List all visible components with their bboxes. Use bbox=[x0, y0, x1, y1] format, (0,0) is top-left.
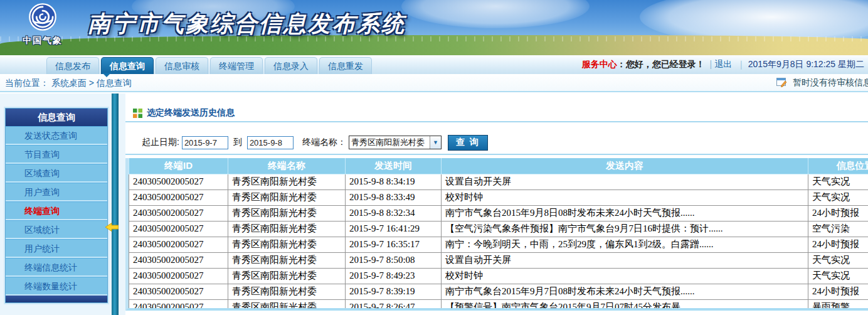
cell-send-time: 2015-9-7 16:35:17 bbox=[346, 237, 442, 252]
sidebar-item[interactable]: 用户查询 bbox=[6, 183, 107, 201]
sidebar-item-active[interactable]: 终端查询 bbox=[6, 201, 107, 220]
sidebar-item[interactable]: 终端数量统计 bbox=[6, 277, 107, 296]
breadcrumb-bar: 当前位置： 系统桌面 > 信息查询 暂时没有待审核信息 bbox=[0, 74, 868, 92]
sidebar-item[interactable]: 节目查询 bbox=[6, 145, 107, 164]
column-header-send-time: 发送时间 bbox=[346, 158, 442, 174]
active-tab-pointer-icon bbox=[102, 73, 111, 77]
date-range-label: 起止日期: bbox=[142, 137, 179, 148]
cell-terminal-id: 240305002005027 bbox=[129, 252, 228, 268]
service-center-label: 服务中心 bbox=[582, 59, 617, 69]
audit-notice: 暂时没有待审核信息 bbox=[776, 77, 868, 89]
nav-tab[interactable]: 信息重发 bbox=[319, 57, 372, 74]
table-header-row: 终端ID终端名称发送时间发送内容信息位置 bbox=[129, 158, 868, 174]
breadcrumb-separator: > bbox=[89, 78, 94, 88]
cell-terminal-name: 青秀区南阳新光村委 bbox=[228, 284, 346, 299]
column-header-terminal-id: 终端ID bbox=[129, 158, 228, 174]
cell-content: 【预警信号】南宁市气象台2015年9月7日07时45分发布暴...... bbox=[442, 299, 808, 311]
cell-content: 校对时钟 bbox=[442, 268, 808, 284]
sidebar-item[interactable]: 用户统计 bbox=[6, 239, 107, 258]
cell-terminal-name: 青秀区南阳新光村委 bbox=[228, 299, 346, 311]
cell-terminal-id: 240305002005027 bbox=[129, 268, 228, 284]
history-table-container: 终端ID终端名称发送时间发送内容信息位置 240305002005027青秀区南… bbox=[125, 158, 868, 311]
sidebar-footer bbox=[6, 296, 107, 302]
date-to-input[interactable] bbox=[247, 136, 294, 149]
panel-title: 选定终端发送历史信息 bbox=[147, 107, 235, 119]
query-button[interactable]: 查 询 bbox=[448, 135, 488, 151]
cell-info-type: 空气污染 bbox=[808, 221, 868, 237]
sidebar-item[interactable]: 终端信息统计 bbox=[6, 258, 107, 277]
breadcrumb-current-link[interactable]: 信息查询 bbox=[97, 78, 132, 88]
cell-info-type: 暴雨预警 bbox=[808, 299, 868, 311]
cell-info-type: 24小时预报 bbox=[808, 205, 868, 221]
sidebar-menu: 信息查询 发送状态查询节目查询区域查询用户查询终端查询区域统计用户统计终端信息统… bbox=[5, 108, 108, 303]
system-title: 南宁市气象综合信息发布系统 bbox=[88, 9, 406, 40]
table-row[interactable]: 240305002005027青秀区南阳新光村委2015-9-7 8:26:47… bbox=[129, 299, 868, 311]
grid-icon bbox=[133, 109, 142, 118]
cell-terminal-id: 240305002005027 bbox=[129, 174, 228, 190]
table-row[interactable]: 240305002005027青秀区南阳新光村委2015-9-8 8:33:49… bbox=[129, 190, 868, 205]
table-row[interactable]: 240305002005027青秀区南阳新光村委2015-9-8 8:32:34… bbox=[129, 205, 868, 221]
service-center: 服务中心：您好，您已经登录！ |退出 ｜2015年9月8日 9:12:25 星期… bbox=[582, 59, 864, 70]
separator: ｜ bbox=[737, 59, 746, 69]
date-from-input[interactable] bbox=[182, 136, 228, 149]
table-row[interactable]: 240305002005027青秀区南阳新光村委2015-9-7 8:50:08… bbox=[129, 252, 868, 268]
terminal-select[interactable]: 青秀区南阳新光村委 ▼ bbox=[349, 136, 442, 149]
to-label: 到 bbox=[233, 137, 242, 148]
cell-terminal-name: 青秀区南阳新光村委 bbox=[228, 221, 346, 237]
chevron-down-icon: ▼ bbox=[430, 136, 441, 149]
cell-terminal-name: 青秀区南阳新光村委 bbox=[228, 268, 346, 284]
breadcrumb-label: 当前位置： bbox=[5, 78, 49, 88]
logout-link[interactable]: 退出 bbox=[714, 59, 732, 69]
sidebar-divider bbox=[112, 93, 119, 315]
cell-content: 南宁市气象台2015年9月8日08时发布未来24小时天气预报...... bbox=[442, 205, 808, 221]
column-header-terminal-name: 终端名称 bbox=[228, 158, 346, 174]
cell-info-type: 天气实况 bbox=[808, 268, 868, 284]
collapse-sidebar-arrow-icon[interactable] bbox=[105, 223, 119, 234]
header-banner: 中国气象 南宁市气象综合信息发布系统 bbox=[0, 0, 868, 55]
column-header-content: 发送内容 bbox=[442, 158, 808, 174]
app-window: 中国气象 南宁市气象综合信息发布系统 信息发布信息查询信息审核终端管理信息录入信… bbox=[0, 0, 868, 315]
table-row[interactable]: 240305002005027青秀区南阳新光村委2015-9-7 8:49:23… bbox=[129, 268, 868, 284]
table-row[interactable]: 240305002005027青秀区南阳新光村委2015-9-7 8:39:19… bbox=[129, 284, 868, 299]
sidebar-item[interactable]: 区域查询 bbox=[6, 164, 107, 183]
cell-terminal-name: 青秀区南阳新光村委 bbox=[228, 190, 346, 205]
history-table-body: 240305002005027青秀区南阳新光村委2015-9-8 8:34:19… bbox=[129, 174, 868, 311]
nav-tab[interactable]: 信息录入 bbox=[265, 57, 317, 74]
cell-info-type: 天气实况 bbox=[808, 174, 868, 190]
cell-content: 南宁市气象台2015年9月7日08时发布未来24小时天气预报...... bbox=[442, 284, 808, 299]
pending-audit-note-icon bbox=[776, 78, 787, 89]
nav-tab[interactable]: 信息发布 bbox=[46, 57, 99, 74]
cloud-decoration bbox=[401, 0, 590, 28]
breadcrumb: 当前位置： 系统桌面 > 信息查询 bbox=[5, 78, 132, 89]
table-row[interactable]: 240305002005027青秀区南阳新光村委2015-9-7 16:41:2… bbox=[129, 221, 868, 237]
cell-content: 南宁：今晚到明天，中雨，25到29度，偏东风1到2级。白露蹭...... bbox=[442, 237, 808, 252]
cell-terminal-id: 240305002005027 bbox=[129, 190, 228, 205]
cell-terminal-id: 240305002005027 bbox=[129, 299, 228, 311]
cell-terminal-name: 青秀区南阳新光村委 bbox=[228, 174, 346, 190]
table-row[interactable]: 240305002005027青秀区南阳新光村委2015-9-8 8:34:19… bbox=[129, 174, 868, 190]
cell-send-time: 2015-9-8 8:32:34 bbox=[346, 205, 442, 221]
history-table: 终端ID终端名称发送时间发送内容信息位置 240305002005027青秀区南… bbox=[129, 158, 868, 311]
cell-info-type: 24小时预报 bbox=[808, 284, 868, 299]
nav-tab[interactable]: 信息审核 bbox=[156, 57, 208, 74]
sidebar-item[interactable]: 区域统计 bbox=[6, 220, 107, 239]
nav-tab-active[interactable]: 信息查询 bbox=[101, 57, 154, 74]
table-row[interactable]: 240305002005027青秀区南阳新光村委2015-9-7 16:35:1… bbox=[129, 237, 868, 252]
sidebar-item[interactable]: 发送状态查询 bbox=[6, 126, 107, 145]
content-area: 信息查询 发送状态查询节目查询区域查询用户查询终端查询区域统计用户统计终端信息统… bbox=[0, 93, 868, 315]
cell-terminal-id: 240305002005027 bbox=[129, 205, 228, 221]
cell-send-time: 2015-9-7 16:41:29 bbox=[346, 221, 442, 237]
nav-bar: 信息发布信息查询信息审核终端管理信息录入信息重发 服务中心：您好，您已经登录！ … bbox=[0, 55, 868, 74]
panel-header: 选定终端发送历史信息 bbox=[125, 105, 868, 122]
audit-notice-text: 暂时没有待审核信息 bbox=[793, 77, 868, 87]
cell-send-time: 2015-9-8 8:33:49 bbox=[346, 190, 442, 205]
terminal-select-value: 青秀区南阳新光村委 bbox=[349, 137, 430, 148]
cell-content: 设置自动开关屏 bbox=[442, 174, 808, 190]
cell-info-type: 天气实况 bbox=[808, 252, 868, 268]
nav-tab[interactable]: 终端管理 bbox=[210, 57, 263, 74]
cell-terminal-id: 240305002005027 bbox=[129, 237, 228, 252]
cell-content: 校对时钟 bbox=[442, 190, 808, 205]
cell-send-time: 2015-9-7 8:50:08 bbox=[346, 252, 442, 268]
login-greeting: ：您好，您已经登录！ bbox=[617, 59, 705, 69]
breadcrumb-home-link[interactable]: 系统桌面 bbox=[51, 78, 87, 88]
